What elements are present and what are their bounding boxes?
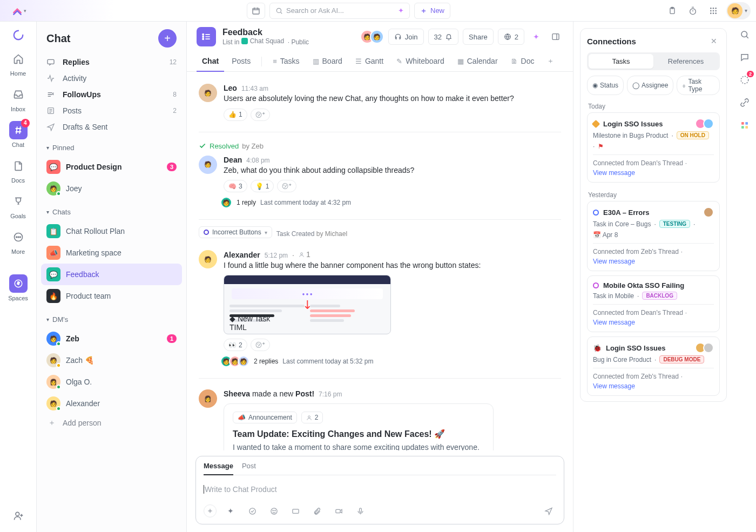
share-button[interactable]: Share xyxy=(463,29,494,45)
svg-point-19 xyxy=(16,512,19,516)
sidebar-chat-item[interactable]: 🔥 Product team xyxy=(41,285,182,307)
add-reaction-button[interactable]: ㋡⁺ xyxy=(251,109,270,121)
thread-replies-link[interactable]: 1 reply xyxy=(237,199,256,206)
sidebar-dm-item[interactable]: 👩 Olga O. xyxy=(41,371,182,393)
filter-status[interactable]: ◉Status xyxy=(587,76,624,95)
sidebar-dm-item[interactable]: 🧑 Alexander xyxy=(41,393,182,414)
calendar-button[interactable] xyxy=(247,3,265,19)
rail-chat[interactable]: 4 Chat xyxy=(4,118,33,151)
close-button[interactable]: ✕ xyxy=(708,35,720,47)
connected-task-card[interactable]: Mobile Okta SSO Failing Task in Mobile ·… xyxy=(587,275,720,332)
video-button[interactable] xyxy=(331,503,346,518)
thread-replies-link[interactable]: 2 replies xyxy=(254,358,278,365)
task-button[interactable] xyxy=(245,503,260,518)
sidebar-activity[interactable]: Activity xyxy=(41,70,182,86)
activity-button[interactable]: 2 xyxy=(737,72,752,87)
sidebar-replies[interactable]: Replies 12 xyxy=(41,54,182,70)
connected-task-card[interactable]: 🐞 Login SSO Issues Bug in Core Product ·… xyxy=(587,336,720,396)
filter-type[interactable]: ⬨Task Type xyxy=(677,76,720,95)
clipboard-button[interactable] xyxy=(665,3,680,18)
members-count[interactable]: 32 xyxy=(428,29,458,45)
tab-posts[interactable]: Posts xyxy=(226,52,256,71)
section-pinned[interactable]: ▾ Pinned xyxy=(37,136,186,155)
message-text: Zeb, what do you think about adding coll… xyxy=(224,164,561,176)
composer-input[interactable]: Write to Chat Product xyxy=(204,483,556,503)
emoji-button[interactable] xyxy=(266,503,281,518)
gif-button[interactable] xyxy=(288,503,303,518)
reaction[interactable]: 💡1 xyxy=(251,180,274,192)
new-button[interactable]: ＋ New xyxy=(414,3,450,19)
attach-plus-button[interactable]: ＋ xyxy=(204,504,217,517)
add-reaction-button[interactable]: ㋡⁺ xyxy=(277,180,296,192)
attachment-button[interactable] xyxy=(309,503,325,518)
view-message-link[interactable]: View message xyxy=(593,382,635,390)
tab-chat[interactable]: Chat xyxy=(197,52,224,72)
send-button[interactable] xyxy=(541,503,556,518)
connected-task-card[interactable]: E30A – Errors Task in Core – Bugs · TEST… xyxy=(587,201,720,271)
tab-board[interactable]: ▥Board xyxy=(307,52,348,71)
ai-compose-button[interactable]: ✦ xyxy=(223,503,238,518)
join-button[interactable]: Join xyxy=(388,29,424,45)
comments-button[interactable] xyxy=(737,50,752,65)
apps-button[interactable] xyxy=(706,3,721,18)
sidebar-followups[interactable]: FollowUps 8 xyxy=(41,86,182,103)
tab-doc[interactable]: 🗎Doc xyxy=(505,52,540,71)
sidebar-chat-item[interactable]: 📣 Marketing space xyxy=(41,242,182,264)
sidebar-pinned-item[interactable]: 🧑 Joey xyxy=(41,178,182,199)
rail-docs[interactable]: Docs xyxy=(4,153,33,187)
viewers-pill[interactable]: 2 xyxy=(498,29,524,45)
invite-button[interactable] xyxy=(11,508,26,523)
rail-home[interactable]: Home xyxy=(4,46,33,80)
sidebar-dm-item[interactable]: 🧑 Zeb 1 xyxy=(41,328,182,349)
composer-tab-post[interactable]: Post xyxy=(242,462,256,475)
ai-button[interactable]: ✦ xyxy=(529,29,544,44)
segment-references[interactable]: References xyxy=(653,54,718,69)
segment-tasks[interactable]: Tasks xyxy=(589,54,653,69)
rail-more[interactable]: More xyxy=(4,225,33,258)
avatar: 🧑 xyxy=(727,3,742,18)
filter-assignee[interactable]: ◯Assignee xyxy=(627,76,673,95)
add-person-button[interactable]: ＋ Add person xyxy=(41,414,182,432)
section-chats[interactable]: ▾ Chats xyxy=(37,200,186,219)
tab-whiteboard[interactable]: ✎Whiteboard xyxy=(391,52,450,71)
new-chat-button[interactable]: + xyxy=(158,29,177,48)
image-attachment[interactable]: ● ● ● ◆ New Task TIML ↘ xyxy=(224,275,391,334)
post-card[interactable]: 📣Announcement 2 Team Update: Exciting Ch… xyxy=(224,403,494,450)
search-button[interactable] xyxy=(737,27,752,42)
tab-gantt[interactable]: ☰Gantt xyxy=(350,52,389,71)
search-input[interactable]: Search or Ask AI... ✦ xyxy=(269,3,410,19)
reaction[interactable]: 🧠3 xyxy=(224,180,247,192)
timer-button[interactable] xyxy=(685,3,700,18)
sidebar-pinned-item[interactable]: 💬 Product Design 3 xyxy=(41,156,182,178)
user-menu[interactable]: 🧑 ▾ xyxy=(726,2,751,19)
member-avatars[interactable]: 🧑 🧑 xyxy=(364,30,384,44)
rail-goals[interactable]: Goals xyxy=(4,189,33,223)
view-message-link[interactable]: View message xyxy=(593,169,635,177)
add-reaction-button[interactable]: ㋡⁺ xyxy=(251,339,270,351)
sidebar-chat-item[interactable]: 📋 Chat Rollout Plan xyxy=(41,220,182,242)
reaction[interactable]: 👍1 xyxy=(224,109,247,121)
svg-point-16 xyxy=(18,237,19,238)
section-dms[interactable]: ▾ DM's xyxy=(37,308,186,327)
status-badge: ON HOLD xyxy=(677,131,709,139)
tab-calendar[interactable]: ▦Calendar xyxy=(452,52,503,71)
apps-strip-button[interactable] xyxy=(737,118,752,133)
sidebar-chat-item[interactable]: 💬 Feedback xyxy=(41,264,182,285)
view-message-link[interactable]: View message xyxy=(593,258,635,265)
reaction[interactable]: 👀2 xyxy=(224,339,247,351)
rail-inbox[interactable]: Inbox xyxy=(4,82,33,116)
tab-tasks[interactable]: ≡Tasks xyxy=(267,52,305,71)
linked-task-chip[interactable]: Incorrect Buttons ▾ xyxy=(199,226,272,238)
sidebar-drafts[interactable]: Drafts & Sent xyxy=(41,119,182,135)
composer-tab-message[interactable]: Message xyxy=(204,462,233,475)
add-view-button[interactable]: ＋ xyxy=(542,52,559,71)
mic-button[interactable] xyxy=(353,503,368,518)
app-logo[interactable]: ▾ xyxy=(5,5,32,16)
view-message-link[interactable]: View message xyxy=(593,319,635,326)
links-button[interactable] xyxy=(737,95,752,110)
sidebar-dm-item[interactable]: 🧑 Zach 🍕 xyxy=(41,349,182,371)
rail-spaces[interactable]: Spaces xyxy=(4,271,33,305)
panel-toggle-button[interactable] xyxy=(548,29,563,44)
sidebar-posts[interactable]: Posts 2 xyxy=(41,103,182,119)
connected-task-card[interactable]: Login SSO Issues Milestone in Bugs Produ… xyxy=(587,112,720,183)
